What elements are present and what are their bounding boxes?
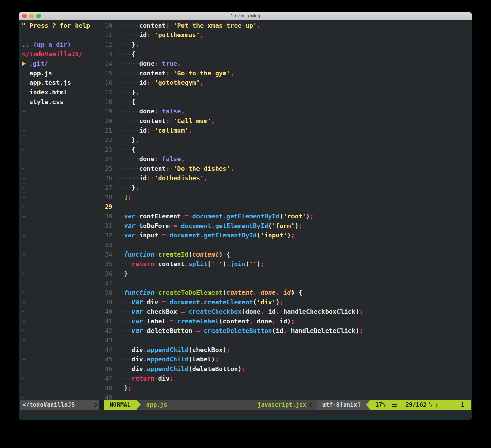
code-line[interactable]: 38··function·createToDoElement(content,·… [97, 288, 471, 297]
code-line[interactable]: 43 [97, 336, 471, 345]
code-line[interactable]: 46····div.appendChild(deleteButton); [97, 364, 471, 374]
code-line[interactable]: 44····div.appendChild(checkBox); [97, 345, 471, 355]
code-token: createLabel [177, 318, 219, 325]
line-number: 28 [97, 192, 116, 202]
code-token: ; [128, 384, 131, 391]
code-line[interactable]: 47····return·div; [97, 374, 471, 383]
code-token: ····} [116, 41, 136, 48]
code-line[interactable]: 34··function·createId(content)·{ [97, 250, 471, 259]
code-line[interactable]: 45····div.appendChild(label); [97, 355, 471, 364]
code-token: · [166, 232, 170, 239]
code-token: ·handleCheckboxClick [280, 308, 355, 315]
code-line[interactable]: 19······done:·false, [97, 107, 471, 116]
code-line[interactable]: 48··}; [97, 383, 471, 393]
statusline-gap [99, 400, 104, 410]
code-line[interactable]: 42····var·deleteButton·=·createDeleteBut… [97, 326, 471, 336]
titlebar[interactable]: 2. nvim . (nvim) [19, 12, 472, 20]
code-line[interactable]: 41····var·label·=·createLabel(content,·d… [97, 316, 471, 326]
code-token: join [230, 260, 246, 267]
code-token: , [253, 289, 257, 296]
code-token: ) [223, 260, 226, 267]
code-line[interactable]: 32··var·input·=·document.getElementById(… [97, 231, 471, 240]
dir-collapsed-arrow-icon[interactable] [22, 62, 26, 66]
code-token: ( [189, 346, 192, 353]
code-line[interactable]: 12····}, [97, 40, 471, 49]
nerdtree-file-app-js[interactable]: app.js [22, 68, 97, 78]
code-line[interactable]: 20······content:·'Call·mum', [97, 116, 471, 126]
code-line[interactable]: 25······content:·'Do·the·dishes', [97, 164, 471, 173]
code-line[interactable]: 16······id:·'gotothegym', [97, 78, 471, 88]
code-token: document [192, 213, 223, 220]
code-token: = [173, 222, 177, 229]
sidebar-item-label: index.html [22, 89, 67, 96]
line-number: 14 [97, 59, 116, 68]
code-token: , [249, 318, 253, 325]
code-token: getElementById [204, 232, 257, 239]
command-line[interactable] [19, 410, 472, 418]
code-token: , [189, 127, 192, 134]
nerdtree-dir-git[interactable]: .git/ [22, 59, 97, 68]
code-line[interactable]: 35····return·content.split('·').join('')… [97, 259, 471, 269]
code-token: ····{ [116, 146, 136, 153]
code-line[interactable]: 39····var·div·=·document.createElement('… [97, 297, 471, 307]
nerdtree-root-path[interactable]: </todoVanillaJS/ [22, 49, 97, 59]
code-line[interactable]: 33 [97, 240, 471, 250]
code-line[interactable]: 30··var·rootElement·=·document.getElemen… [97, 212, 471, 221]
code-line[interactable]: 17····}, [97, 88, 471, 97]
code-line[interactable]: 28··]; [97, 192, 471, 202]
code-token: ···· [116, 375, 132, 382]
code-token: createElement [204, 298, 253, 306]
line-number: 34 [97, 250, 116, 259]
code-token: 'div' [257, 298, 276, 306]
nerdtree-help-hint: " Press ? for help [22, 21, 97, 30]
code-token: done [246, 308, 261, 315]
empty-line-tilde: ~ [22, 259, 97, 269]
nerdtree-file-style-css[interactable]: style.css [22, 97, 97, 107]
empty-line-tilde: ~ [22, 240, 97, 250]
code-line[interactable]: 40····var·checkBox·=·createCheckbox(done… [97, 307, 471, 316]
line-number: 17 [97, 88, 116, 97]
code-line[interactable]: 10······content:·'Put·the·xmas·tree·up', [97, 21, 471, 30]
code-line[interactable]: 31··var·toDoForm·=·document.getElementBy… [97, 221, 471, 231]
code-line[interactable]: 22····}, [97, 135, 471, 145]
nerdtree-up-dir[interactable]: .. (up a dir) [22, 40, 97, 49]
nerdtree-file-index-html[interactable]: index.html [22, 88, 97, 97]
empty-line-tilde: ~ [22, 297, 97, 307]
code-line[interactable]: 24······done:·false, [97, 154, 471, 164]
empty-line-tilde: ~ [22, 278, 97, 288]
empty-line-tilde: ~ [22, 250, 97, 259]
code-line[interactable]: 23····{ [97, 145, 471, 154]
line-number: 18 [97, 97, 116, 107]
code-token: : [147, 31, 151, 38]
code-token: ··} [116, 270, 128, 277]
code-token: ; [260, 260, 264, 267]
line-number: 30 [97, 212, 116, 221]
code-line[interactable]: 29 [97, 202, 471, 212]
nerdtree-sidebar[interactable]: " Press ? for help.. (up a dir)</todoVan… [20, 20, 97, 400]
code-token: deleteButton [192, 365, 238, 372]
code-line[interactable]: 21······id:·'callmum', [97, 126, 471, 135]
code-line[interactable]: 36··} [97, 269, 471, 278]
code-line[interactable]: 26······id:·'dothedishes', [97, 173, 471, 183]
code-line[interactable]: 27····}, [97, 183, 471, 192]
code-token: ······content [116, 117, 166, 124]
nerdtree-file-app-test-js[interactable]: app.test.js [22, 78, 97, 88]
code-token: . [143, 346, 147, 353]
line-number: 32 [97, 231, 116, 240]
code-token: ) [287, 318, 291, 325]
code-line[interactable]: 18····{ [97, 97, 471, 107]
code-line[interactable]: 49 [97, 393, 471, 400]
terminal-window: 2. nvim . (nvim) " Press ? for help.. (u… [19, 12, 472, 420]
sidebar-item-label: style.css [22, 98, 64, 105]
code-token: , [276, 308, 280, 315]
line-number: 35 [97, 259, 116, 269]
code-token: ; [242, 365, 246, 372]
code-token: . [143, 365, 147, 372]
code-token: done [260, 289, 276, 296]
code-line[interactable]: 13····{ [97, 49, 471, 59]
code-line[interactable]: 11······id:·'putthexmas', [97, 30, 471, 40]
code-line[interactable]: 37 [97, 278, 471, 288]
code-line[interactable]: 15······content:·'Go·to·the·gym', [97, 68, 471, 78]
code-line[interactable]: 14······done:·true, [97, 59, 471, 68]
code-area[interactable]: 10······content:·'Put·the·xmas·tree·up',… [97, 20, 471, 400]
